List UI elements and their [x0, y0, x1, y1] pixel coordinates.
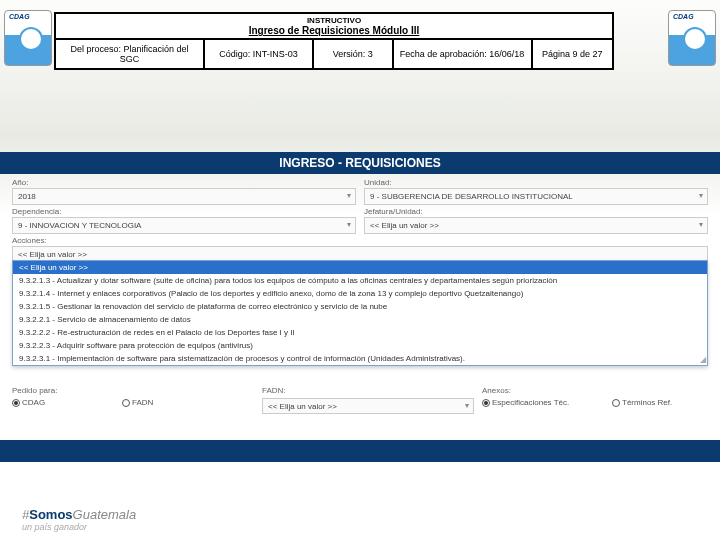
dropdown-option[interactable]: 9.3.2.2.2 - Re-estructuración de redes e… — [13, 326, 707, 339]
anexos-label: Anexos: — [482, 386, 604, 395]
section-title: INGRESO - REQUISICIONES — [0, 152, 720, 174]
resize-icon: ◢ — [700, 355, 706, 364]
header-codigo: Código: INT-INS-03 — [205, 40, 314, 68]
ano-select[interactable]: 2018 — [12, 188, 356, 205]
unidad-label: Unidad: — [364, 178, 708, 187]
radio-cdag[interactable]: CDAG — [12, 398, 114, 407]
dependencia-label: Dependencia: — [12, 207, 356, 216]
bottom-bar — [0, 440, 720, 462]
header-proceso: Del proceso: Planificación del SGC — [56, 40, 205, 68]
ano-label: Año: — [12, 178, 356, 187]
cdag-logo-left — [4, 10, 52, 66]
jefatura-label: Jefatura/Unidad: — [364, 207, 708, 216]
radio-terminos[interactable]: Términos Ref. — [612, 398, 704, 407]
dropdown-option[interactable]: 9.3.2.3.1 - Implementación de software p… — [13, 352, 707, 365]
dropdown-option[interactable]: 9.3.2.1.3 - Actualizar y dotar software … — [13, 274, 707, 287]
header-fecha: Fecha de aprobación: 16/06/18 — [394, 40, 533, 68]
dropdown-option[interactable]: 9.3.2.2.3 - Adquirir software para prote… — [13, 339, 707, 352]
pedido-label: Pedido para: — [12, 386, 114, 395]
header-pagina: Página 9 de 27 — [533, 40, 612, 68]
cdag-logo-right — [668, 10, 716, 66]
jefatura-select[interactable]: << Elija un valor >> — [364, 217, 708, 234]
dropdown-option[interactable]: 9.3.2.1.4 - Internet y enlaces corporati… — [13, 287, 707, 300]
header-instructivo: INSTRUCTIVO — [56, 16, 612, 25]
dropdown-option[interactable]: 9.3.2.1.5 - Gestionar la renovación del … — [13, 300, 707, 313]
acciones-label: Acciones: — [12, 236, 708, 245]
header-title: Ingreso de Requisiciones Módulo III — [56, 25, 612, 36]
acciones-dropdown[interactable]: << Elija un valor >> 9.3.2.1.3 - Actuali… — [12, 260, 708, 366]
document-header: INSTRUCTIVO Ingreso de Requisiciones Mód… — [54, 12, 614, 70]
header-version: Versión: 3 — [314, 40, 393, 68]
unidad-select[interactable]: 9 - SUBGERENCIA DE DESARROLLO INSTITUCIO… — [364, 188, 708, 205]
radio-espec[interactable]: Especificaciones Téc. — [482, 398, 604, 407]
dropdown-option[interactable]: 9.3.2.2.1 - Servicio de almacenamiento d… — [13, 313, 707, 326]
footer-slogan: #SomosGuatemala un país ganador — [22, 507, 136, 532]
fadn-select[interactable]: << Elija un valor >> — [262, 398, 474, 414]
radio-fadn[interactable]: FADN — [122, 398, 254, 407]
fadn-label: FADN: — [262, 386, 474, 395]
form-area: Año: 2018 Unidad: 9 - SUBGERENCIA DE DES… — [8, 178, 712, 264]
dropdown-option[interactable]: << Elija un valor >> — [13, 261, 707, 274]
dependencia-select[interactable]: 9 - INNOVACION Y TECNOLOGIA — [12, 217, 356, 234]
radio-row: Pedido para: CDAG FADN FADN: << Elija un… — [8, 386, 712, 414]
